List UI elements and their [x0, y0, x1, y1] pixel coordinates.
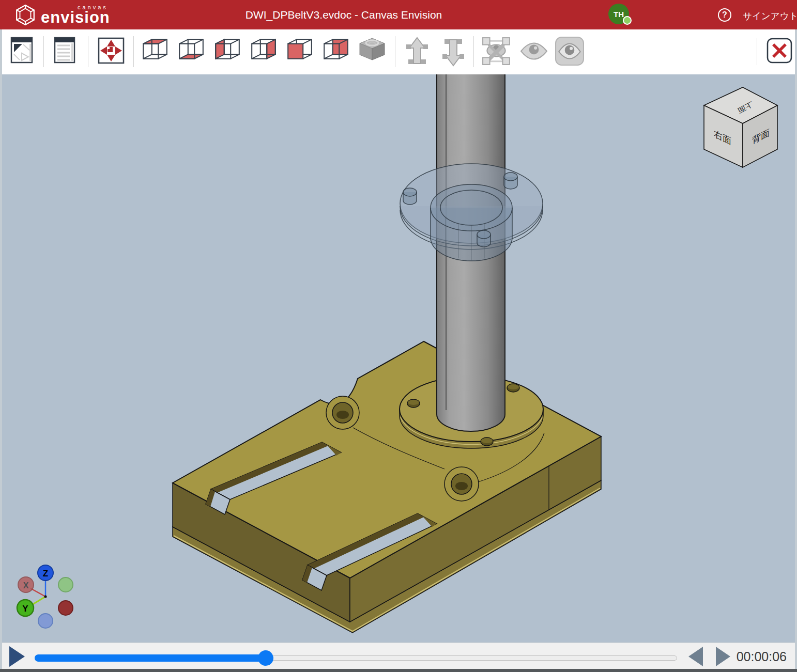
axis-x-ball[interactable]: X	[18, 577, 34, 592]
axis-y-ball[interactable]: Y	[17, 600, 34, 616]
previous-step-icon	[687, 646, 704, 667]
document-title: DWI_DPBeltV3.evdoc - Canvas Envision	[246, 9, 442, 21]
view-top-icon	[141, 37, 170, 61]
previous-step-button[interactable]	[687, 646, 704, 669]
toolbar-separator	[88, 36, 88, 67]
model-viewport[interactable]: 上面 右面 背面 Z X Y	[2, 74, 795, 643]
model-flange-ghost[interactable]	[400, 164, 543, 261]
axis-z-ball[interactable]: Z	[38, 565, 53, 581]
close-button[interactable]	[767, 38, 792, 65]
next-step-icon	[715, 646, 731, 667]
view-left-button[interactable]	[213, 37, 242, 63]
view-back-icon	[321, 37, 350, 61]
timeline-slider[interactable]	[35, 643, 677, 669]
title-bar: canvas envision DWI_DPBeltV3.evdoc - Can…	[0, 0, 797, 29]
envision-cube-logo-icon	[14, 4, 36, 26]
window-border-right	[795, 29, 797, 669]
toolbar-separator	[395, 36, 395, 67]
view-left-icon	[213, 37, 242, 61]
axis-neg-x-ball[interactable]	[58, 577, 73, 592]
view-isometric-button[interactable]	[359, 37, 386, 63]
view-right-icon	[249, 37, 278, 61]
timeline-progress	[35, 654, 266, 662]
show-all-button[interactable]	[555, 37, 584, 67]
next-step-button[interactable]	[715, 646, 731, 669]
view-back-button[interactable]	[321, 37, 350, 63]
move-down-arrow-icon	[441, 37, 465, 67]
view-front-button[interactable]	[285, 37, 314, 63]
axis-x-label: X	[23, 581, 29, 590]
toolbar-separator	[133, 36, 134, 67]
toolbar-separator	[757, 38, 757, 65]
view-bottom-icon	[177, 37, 206, 61]
zoom-fit-icon	[97, 37, 125, 65]
window-bottom-edge	[0, 669, 797, 672]
view-front-icon	[285, 37, 314, 61]
signout-button[interactable]: サインアウト	[743, 10, 797, 22]
view-right-button[interactable]	[249, 37, 278, 63]
axis-z-label: Z	[43, 569, 48, 579]
move-up-button[interactable]	[405, 37, 429, 68]
view-isometric-icon	[359, 37, 386, 61]
pages-panel-icon	[10, 37, 33, 64]
pages-panel-button[interactable]	[10, 37, 33, 65]
show-visibility-button[interactable]	[520, 42, 548, 62]
eye-box-icon	[555, 37, 584, 66]
toolbar-separator	[43, 36, 44, 67]
toolbar-separator	[473, 36, 474, 67]
toolbar	[0, 29, 797, 74]
timeline-thumb[interactable]	[258, 650, 273, 666]
close-icon	[767, 38, 792, 64]
eye-icon	[520, 42, 548, 60]
view-top-button[interactable]	[141, 37, 170, 63]
play-icon	[8, 645, 26, 668]
help-icon[interactable]: ?	[718, 8, 731, 22]
view-cube[interactable]: 上面 右面 背面	[704, 87, 777, 167]
3d-model-canvas[interactable]: 上面 右面 背面 Z X Y	[2, 74, 795, 643]
view-bottom-button[interactable]	[177, 37, 206, 63]
play-button[interactable]	[8, 645, 26, 670]
move-up-arrow-icon	[405, 37, 429, 67]
avatar-status-badge	[623, 16, 632, 25]
time-display: 00:00:06	[737, 649, 787, 664]
envision-logo: canvas envision	[14, 4, 110, 26]
axis-neg-z-ball[interactable]	[38, 614, 53, 628]
notes-panel-icon	[54, 37, 75, 64]
model-base-plate[interactable]	[173, 341, 601, 633]
playback-bar: 00:00:06	[2, 643, 795, 669]
move-down-button[interactable]	[441, 37, 465, 68]
axis-triad[interactable]: Z X Y	[17, 565, 73, 628]
axis-neg-y-ball[interactable]	[58, 601, 73, 615]
window-border-left	[0, 29, 2, 669]
notes-panel-button[interactable]	[54, 37, 75, 65]
hide-selected-button[interactable]	[482, 37, 511, 67]
brand-name-label: envision	[41, 10, 110, 25]
app-window: canvas envision DWI_DPBeltV3.evdoc - Can…	[0, 0, 797, 672]
zoom-fit-button[interactable]	[97, 37, 125, 66]
hide-selected-icon	[482, 37, 511, 66]
axis-y-label: Y	[22, 604, 28, 614]
